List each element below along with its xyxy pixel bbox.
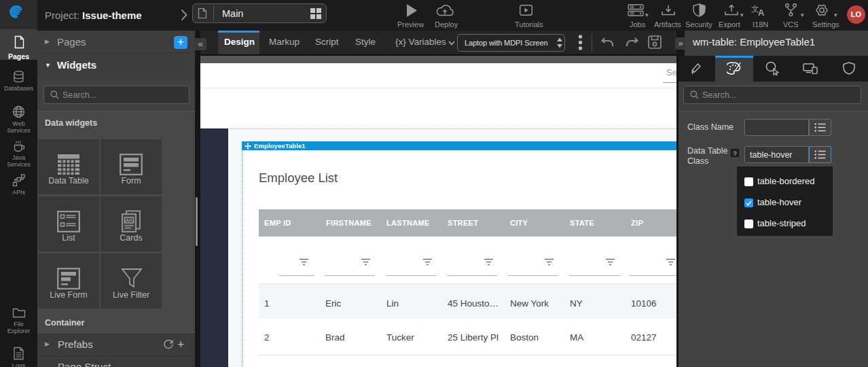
svg-text:A: A [758, 7, 765, 17]
